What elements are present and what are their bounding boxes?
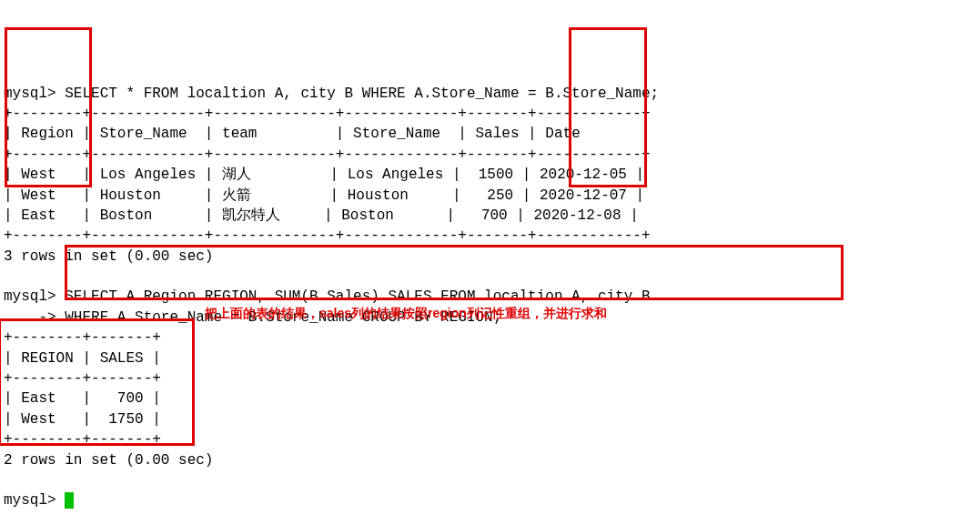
rows-count-2: 2 rows in set (0.00 sec) [4, 452, 213, 469]
cursor[interactable] [65, 492, 74, 509]
cell: 火箭 [222, 187, 251, 204]
cell: East [21, 390, 56, 407]
col-sales2: SALES [100, 350, 144, 367]
col-team: team [222, 126, 257, 142]
cell: 2020-12-05 [540, 167, 627, 183]
sql-query-1: SELECT * FROM localtion A, city B WHERE … [65, 86, 659, 102]
mysql-prompt: mysql> [4, 288, 56, 305]
cell: 700 [100, 390, 144, 407]
cell: 1500 [479, 167, 513, 183]
highlight-sales-column [569, 27, 647, 187]
sql-query-2-line1: SELECT A.Region REGION, SUM(B.Sales) SAL… [65, 288, 650, 305]
rows-count-1: 3 rows in set (0.00 sec) [4, 248, 213, 265]
cell: 1750 [100, 411, 144, 428]
cell: West [21, 187, 56, 204]
cell: West [21, 167, 56, 183]
cell: West [21, 411, 56, 428]
cell: Los Angeles [348, 167, 444, 183]
col-region2: REGION [21, 350, 74, 367]
cell: 湖人 [222, 167, 251, 183]
mysql-prompt: mysql> [4, 86, 56, 102]
cell: 2020-12-07 [540, 187, 627, 204]
col-storename2: Store_Name [353, 126, 440, 142]
cell: East [21, 207, 56, 224]
cell: Los Angeles [100, 167, 197, 183]
col-storename: Store_Name [100, 126, 187, 142]
col-date: Date [545, 126, 580, 142]
col-region: Region [21, 126, 74, 142]
cell: Boston [341, 207, 394, 224]
cell: 700 [472, 207, 507, 224]
annotation-text: 把上面的表的结果，sales列的结果按照region列记性重组，并进行求和 [205, 305, 607, 323]
cell: 2020-12-08 [534, 207, 621, 224]
cell: Houston [100, 187, 161, 204]
col-sales: Sales [476, 126, 520, 142]
cell: Houston [348, 187, 409, 204]
mysql-continuation: -> [4, 309, 56, 326]
mysql-prompt: mysql> [4, 492, 56, 509]
cell: 250 [479, 187, 513, 204]
highlight-region-column [5, 27, 92, 187]
cell: 凯尔特人 [222, 207, 280, 224]
cell: Boston [100, 207, 153, 224]
